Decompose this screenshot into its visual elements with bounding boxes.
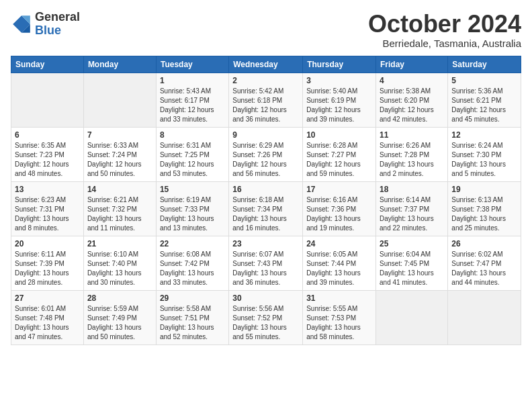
header: General Blue October 2024 Berriedale, Ta… — [11, 11, 521, 49]
cell-4-6 — [448, 290, 521, 345]
cell-2-3: 16Sunrise: 6:18 AM Sunset: 7:34 PM Dayli… — [229, 181, 303, 236]
cell-0-3: 2Sunrise: 5:42 AM Sunset: 6:18 PM Daylig… — [229, 73, 303, 127]
day-number-3-0: 20 — [15, 239, 80, 248]
day-number-0-3: 2 — [232, 76, 299, 85]
calendar-header: Sunday Monday Tuesday Wednesday Thursday… — [11, 56, 521, 73]
day-info-3-4: Sunrise: 6:05 AM Sunset: 7:44 PM Dayligh… — [306, 250, 372, 287]
cell-1-4: 10Sunrise: 6:28 AM Sunset: 7:27 PM Dayli… — [303, 127, 376, 181]
cell-0-1 — [83, 73, 156, 127]
logo-blue-text: Blue — [35, 24, 61, 37]
cell-1-1: 7Sunrise: 6:33 AM Sunset: 7:24 PM Daylig… — [83, 127, 156, 181]
header-tuesday: Tuesday — [156, 56, 228, 73]
day-info-4-4: Sunrise: 5:55 AM Sunset: 7:53 PM Dayligh… — [306, 304, 372, 342]
day-number-1-2: 8 — [160, 130, 225, 140]
day-number-0-6: 5 — [451, 76, 517, 85]
day-number-3-3: 23 — [232, 239, 299, 248]
cell-2-5: 18Sunrise: 6:14 AM Sunset: 7:37 PM Dayli… — [376, 181, 448, 236]
day-number-3-4: 24 — [306, 239, 372, 248]
cell-2-4: 17Sunrise: 6:16 AM Sunset: 7:36 PM Dayli… — [303, 181, 376, 236]
day-number-4-1: 28 — [87, 293, 152, 303]
cell-4-0: 27Sunrise: 6:01 AM Sunset: 7:48 PM Dayli… — [11, 290, 84, 345]
cell-1-3: 9Sunrise: 6:29 AM Sunset: 7:26 PM Daylig… — [229, 127, 303, 181]
day-number-1-6: 12 — [451, 130, 517, 140]
cell-4-4: 31Sunrise: 5:55 AM Sunset: 7:53 PM Dayli… — [303, 290, 376, 345]
day-info-0-3: Sunrise: 5:42 AM Sunset: 6:18 PM Dayligh… — [232, 87, 299, 124]
day-info-1-1: Sunrise: 6:33 AM Sunset: 7:24 PM Dayligh… — [87, 141, 152, 179]
cell-3-6: 26Sunrise: 6:02 AM Sunset: 7:47 PM Dayli… — [448, 236, 521, 290]
day-info-2-5: Sunrise: 6:14 AM Sunset: 7:37 PM Dayligh… — [380, 195, 444, 233]
day-info-1-4: Sunrise: 6:28 AM Sunset: 7:27 PM Dayligh… — [306, 141, 372, 179]
day-number-0-2: 1 — [160, 76, 225, 85]
cell-1-2: 8Sunrise: 6:31 AM Sunset: 7:25 PM Daylig… — [156, 127, 228, 181]
day-number-2-2: 15 — [160, 185, 225, 194]
day-info-3-2: Sunrise: 6:08 AM Sunset: 7:42 PM Dayligh… — [160, 250, 225, 287]
header-thursday: Thursday — [303, 56, 376, 73]
day-number-2-5: 18 — [380, 185, 444, 194]
header-saturday: Saturday — [448, 56, 521, 73]
cell-2-1: 14Sunrise: 6:21 AM Sunset: 7:32 PM Dayli… — [83, 181, 156, 236]
day-info-0-2: Sunrise: 5:43 AM Sunset: 6:17 PM Dayligh… — [160, 87, 225, 124]
day-info-4-1: Sunrise: 5:59 AM Sunset: 7:49 PM Dayligh… — [87, 304, 152, 342]
month-title: October 2024 — [368, 11, 521, 38]
cell-2-0: 13Sunrise: 6:23 AM Sunset: 7:31 PM Dayli… — [11, 181, 84, 236]
day-number-2-6: 19 — [451, 185, 517, 194]
day-number-3-5: 25 — [380, 239, 444, 248]
day-number-3-2: 22 — [160, 239, 225, 248]
cell-0-5: 4Sunrise: 5:38 AM Sunset: 6:20 PM Daylig… — [376, 73, 448, 127]
day-number-0-5: 4 — [380, 76, 444, 85]
cell-3-1: 21Sunrise: 6:10 AM Sunset: 7:40 PM Dayli… — [83, 236, 156, 290]
day-info-3-3: Sunrise: 6:07 AM Sunset: 7:43 PM Dayligh… — [232, 250, 299, 287]
day-info-0-6: Sunrise: 5:36 AM Sunset: 6:21 PM Dayligh… — [451, 87, 517, 124]
day-info-3-0: Sunrise: 6:11 AM Sunset: 7:39 PM Dayligh… — [15, 250, 80, 287]
day-number-3-1: 21 — [87, 239, 152, 248]
cell-3-2: 22Sunrise: 6:08 AM Sunset: 7:42 PM Dayli… — [156, 236, 228, 290]
cell-3-3: 23Sunrise: 6:07 AM Sunset: 7:43 PM Dayli… — [229, 236, 303, 290]
logo-text: General Blue — [35, 11, 80, 38]
day-number-2-3: 16 — [232, 185, 299, 194]
cell-3-4: 24Sunrise: 6:05 AM Sunset: 7:44 PM Dayli… — [303, 236, 376, 290]
day-number-0-4: 3 — [306, 76, 372, 85]
header-sunday: Sunday — [11, 56, 84, 73]
day-info-2-0: Sunrise: 6:23 AM Sunset: 7:31 PM Dayligh… — [15, 195, 80, 233]
day-info-0-4: Sunrise: 5:40 AM Sunset: 6:19 PM Dayligh… — [306, 87, 372, 124]
cell-4-1: 28Sunrise: 5:59 AM Sunset: 7:49 PM Dayli… — [83, 290, 156, 345]
day-info-2-4: Sunrise: 6:16 AM Sunset: 7:36 PM Dayligh… — [306, 195, 372, 233]
day-number-1-3: 9 — [232, 130, 299, 140]
day-number-1-4: 10 — [306, 130, 372, 140]
page: General Blue October 2024 Berriedale, Ta… — [0, 0, 532, 411]
cell-4-3: 30Sunrise: 5:56 AM Sunset: 7:52 PM Dayli… — [229, 290, 303, 345]
day-info-4-3: Sunrise: 5:56 AM Sunset: 7:52 PM Dayligh… — [232, 304, 299, 342]
day-info-2-1: Sunrise: 6:21 AM Sunset: 7:32 PM Dayligh… — [87, 195, 152, 233]
day-info-1-2: Sunrise: 6:31 AM Sunset: 7:25 PM Dayligh… — [160, 141, 225, 179]
cell-4-5 — [376, 290, 448, 345]
day-info-4-0: Sunrise: 6:01 AM Sunset: 7:48 PM Dayligh… — [15, 304, 80, 342]
location: Berriedale, Tasmania, Australia — [368, 38, 521, 49]
day-number-4-3: 30 — [232, 293, 299, 303]
header-monday: Monday — [83, 56, 156, 73]
logo: General Blue — [11, 11, 80, 38]
week-row-4: 27Sunrise: 6:01 AM Sunset: 7:48 PM Dayli… — [11, 290, 521, 345]
day-info-2-2: Sunrise: 6:19 AM Sunset: 7:33 PM Dayligh… — [160, 195, 225, 233]
calendar: Sunday Monday Tuesday Wednesday Thursday… — [11, 56, 521, 345]
day-info-0-5: Sunrise: 5:38 AM Sunset: 6:20 PM Dayligh… — [380, 87, 444, 124]
day-number-1-0: 6 — [15, 130, 80, 140]
day-number-1-1: 7 — [87, 130, 152, 140]
day-info-1-6: Sunrise: 6:24 AM Sunset: 7:30 PM Dayligh… — [451, 141, 517, 179]
day-number-4-4: 31 — [306, 293, 372, 303]
cell-2-6: 19Sunrise: 6:13 AM Sunset: 7:38 PM Dayli… — [448, 181, 521, 236]
day-info-3-1: Sunrise: 6:10 AM Sunset: 7:40 PM Dayligh… — [87, 250, 152, 287]
header-wednesday: Wednesday — [229, 56, 303, 73]
week-row-3: 20Sunrise: 6:11 AM Sunset: 7:39 PM Dayli… — [11, 236, 521, 290]
cell-2-2: 15Sunrise: 6:19 AM Sunset: 7:33 PM Dayli… — [156, 181, 228, 236]
cell-3-5: 25Sunrise: 6:04 AM Sunset: 7:45 PM Dayli… — [376, 236, 448, 290]
day-info-1-0: Sunrise: 6:35 AM Sunset: 7:23 PM Dayligh… — [15, 141, 80, 179]
day-info-3-5: Sunrise: 6:04 AM Sunset: 7:45 PM Dayligh… — [380, 250, 444, 287]
day-info-3-6: Sunrise: 6:02 AM Sunset: 7:47 PM Dayligh… — [451, 250, 517, 287]
day-info-2-6: Sunrise: 6:13 AM Sunset: 7:38 PM Dayligh… — [451, 195, 517, 233]
day-info-1-3: Sunrise: 6:29 AM Sunset: 7:26 PM Dayligh… — [232, 141, 299, 179]
day-number-3-6: 26 — [451, 239, 517, 248]
cell-3-0: 20Sunrise: 6:11 AM Sunset: 7:39 PM Dayli… — [11, 236, 84, 290]
title-block: October 2024 Berriedale, Tasmania, Austr… — [368, 11, 521, 49]
cell-0-0 — [11, 73, 84, 127]
days-header-row: Sunday Monday Tuesday Wednesday Thursday… — [11, 56, 521, 73]
